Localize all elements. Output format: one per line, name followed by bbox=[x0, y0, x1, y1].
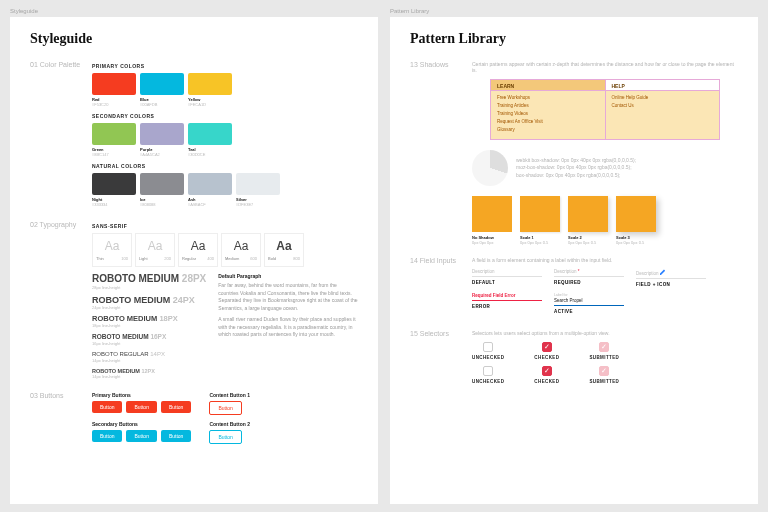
type-sub: 14px line-height bbox=[92, 374, 206, 379]
swatch-hex: #30D0CE bbox=[188, 152, 232, 157]
shadow-box bbox=[472, 196, 512, 232]
type-weight-cell: Aa Thin100 bbox=[92, 233, 132, 267]
menu-item[interactable]: Contact Us bbox=[612, 103, 714, 108]
selectors-desc: Selectors lets users select options from… bbox=[472, 330, 738, 336]
checkbox[interactable] bbox=[483, 366, 493, 376]
type-heading: ROBOTO REGULAR 14PX bbox=[92, 351, 206, 358]
swatch-hex: #333334 bbox=[92, 202, 136, 207]
selector[interactable]: UNCHECKED bbox=[472, 342, 504, 360]
color-swatch: Silver #DFE3E7 bbox=[236, 173, 280, 207]
selector[interactable]: ✓SUBMITTED bbox=[589, 342, 619, 360]
color-swatch: Red #F53C20 bbox=[92, 73, 136, 107]
menu-bar: LEARN HELP bbox=[490, 79, 720, 91]
button[interactable]: Button bbox=[92, 401, 122, 413]
type-weight-cell: Aa Light200 bbox=[135, 233, 175, 267]
swatch-hex: #DFE3E7 bbox=[236, 202, 280, 207]
type-sub: 28px line-height bbox=[92, 285, 206, 290]
shadow-card: Scale 10px 0px 0px 0.5 bbox=[520, 196, 560, 245]
checkbox[interactable] bbox=[483, 342, 493, 352]
menu-col-1: Free WorkshopsTraining ArticlesTraining … bbox=[491, 91, 606, 139]
styleguide-column: Styleguide Styleguide 01 Color Palette P… bbox=[10, 8, 378, 504]
menu-item[interactable]: Request An Office Visit bbox=[497, 119, 599, 124]
menu-item[interactable]: Training Videos bbox=[497, 111, 599, 116]
menu-dropdown: Free WorkshopsTraining ArticlesTraining … bbox=[490, 91, 720, 140]
field-input[interactable]: Label forSearch PropelACTIVE bbox=[554, 293, 624, 314]
color-swatch: Ash #A9BACF bbox=[188, 173, 232, 207]
type-sub: 14px line-height bbox=[92, 358, 206, 363]
section-shadows: 13 Shadows Certain patterns appear with … bbox=[410, 61, 738, 245]
menu-item[interactable]: Free Workshops bbox=[497, 95, 599, 100]
menu-tab-help[interactable]: HELP bbox=[606, 80, 720, 90]
checkbox[interactable]: ✓ bbox=[599, 366, 609, 376]
field-input[interactable]: DescriptionDEFAULT bbox=[472, 269, 542, 287]
menu-item[interactable]: Training Articles bbox=[497, 103, 599, 108]
button[interactable]: Button bbox=[126, 430, 156, 442]
field-input[interactable]: Required Field ErrorERROR bbox=[472, 293, 542, 314]
fields-body: A field is a form element containing a l… bbox=[472, 257, 738, 320]
section-num: 01 Color Palette bbox=[30, 61, 92, 213]
type-heading: ROBOTO MEDIUM 24PX bbox=[92, 295, 206, 305]
color-swatch: Teal #30D0CE bbox=[188, 123, 232, 157]
selector-label: CHECKED bbox=[534, 355, 559, 360]
paragraph-2: A small river named Duden flows by their… bbox=[218, 316, 358, 339]
field-input[interactable]: Description FIELD + ICON bbox=[636, 269, 706, 287]
type-sub: 24px line-height bbox=[92, 305, 206, 310]
section-num: 13 Shadows bbox=[410, 61, 472, 245]
swatch-chip bbox=[188, 173, 232, 195]
paragraph-title: Default Paragraph bbox=[218, 273, 358, 279]
section-num: 15 Selectors bbox=[410, 330, 472, 384]
menu-item[interactable]: Online Help Guide bbox=[612, 95, 714, 100]
color-swatch: Blue #00AFDB bbox=[140, 73, 184, 107]
section-num: 03 Buttons bbox=[30, 392, 92, 450]
swatch-hex: #A4A5CA2 bbox=[140, 152, 184, 157]
selector[interactable]: ✓SUBMITTED bbox=[589, 366, 619, 384]
checkbox[interactable]: ✓ bbox=[542, 366, 552, 376]
selector-label: UNCHECKED bbox=[472, 355, 504, 360]
button-group-label: Content Button 1 bbox=[209, 392, 250, 398]
type-sample: Aa bbox=[191, 239, 206, 253]
swatch-hex: #8BC147 bbox=[92, 152, 136, 157]
type-scale: ROBOTO MEDIUM 28PX 28px line-heightROBOT… bbox=[92, 273, 358, 384]
type-weight-cell: Aa Regular400 bbox=[178, 233, 218, 267]
selectors-body: Selectors lets users select options from… bbox=[472, 330, 738, 384]
field-input[interactable]: DescriptionREQUIRED bbox=[554, 269, 624, 287]
color-swatch: Yellow #FECA1D bbox=[188, 73, 232, 107]
selector-label: SUBMITTED bbox=[589, 355, 619, 360]
button[interactable]: Button bbox=[161, 430, 191, 442]
button[interactable]: Button bbox=[209, 430, 241, 444]
type-sub: 18px line-height bbox=[92, 323, 206, 328]
shadow-box bbox=[568, 196, 608, 232]
color-swatch: Green #8BC147 bbox=[92, 123, 136, 157]
section-buttons: 03 Buttons Primary ButtonsButtonButtonBu… bbox=[30, 392, 358, 450]
button[interactable]: Button bbox=[161, 401, 191, 413]
checkbox[interactable]: ✓ bbox=[542, 342, 552, 352]
pattern-library-column: Pattern Library Pattern Library 13 Shado… bbox=[390, 8, 758, 504]
swatch-chip bbox=[140, 123, 184, 145]
checkbox[interactable]: ✓ bbox=[599, 342, 609, 352]
swatch-group-label: NATURAL COLORS bbox=[92, 163, 358, 169]
button[interactable]: Button bbox=[92, 430, 122, 442]
type-weight-cell: Aa Bold800 bbox=[264, 233, 304, 267]
selector-label: UNCHECKED bbox=[472, 379, 504, 384]
button[interactable]: Button bbox=[209, 401, 241, 415]
shadow-card: No Shadow0px 0px 0px bbox=[472, 196, 512, 245]
shadow-card: Scale 30px 0px 0px 0.5 bbox=[616, 196, 656, 245]
swatch-group-label: SECONDARY COLORS bbox=[92, 113, 358, 119]
menu-tab-learn[interactable]: LEARN bbox=[491, 80, 606, 90]
buttons-body: Primary ButtonsButtonButtonButtonContent… bbox=[92, 392, 358, 450]
selector[interactable]: ✓CHECKED bbox=[534, 342, 559, 360]
swatch-chip bbox=[140, 173, 184, 195]
pie-icon bbox=[472, 150, 508, 186]
selector-label: SUBMITTED bbox=[589, 379, 619, 384]
menu-item[interactable]: Glossary bbox=[497, 127, 599, 132]
shadow-box bbox=[520, 196, 560, 232]
button[interactable]: Button bbox=[126, 401, 156, 413]
shadow-scale-row: No Shadow0px 0px 0px Scale 10px 0px 0px … bbox=[472, 196, 738, 245]
page-title-right: Pattern Library bbox=[410, 31, 738, 47]
selector[interactable]: ✓CHECKED bbox=[534, 366, 559, 384]
selector[interactable]: UNCHECKED bbox=[472, 366, 504, 384]
paragraph-1: Far far away, behind the word mountains,… bbox=[218, 282, 358, 312]
swatch-chip bbox=[236, 173, 280, 195]
dropdown-example: LEARN HELP Free WorkshopsTraining Articl… bbox=[490, 79, 720, 140]
type-heading: ROBOTO MEDIUM 28PX bbox=[92, 273, 206, 285]
